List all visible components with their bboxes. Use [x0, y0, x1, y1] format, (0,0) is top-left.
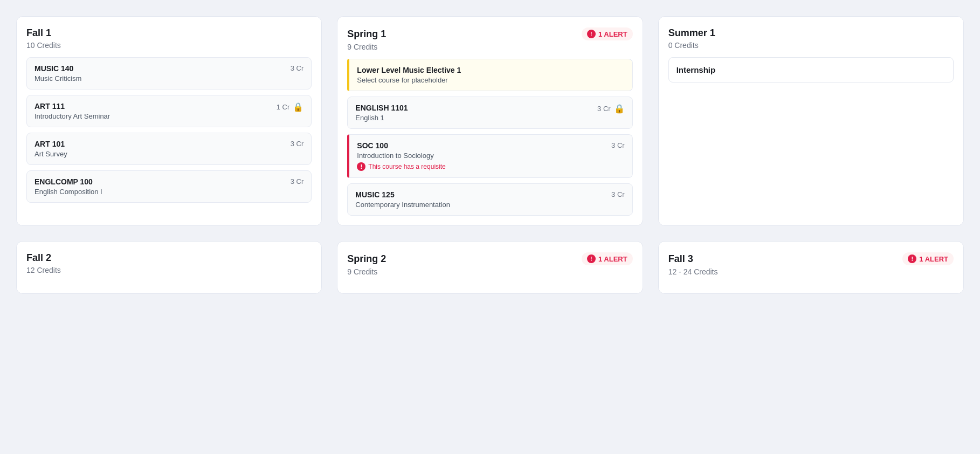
- course-code: ENGLCOMP 100: [34, 177, 102, 186]
- course-name: Contemporary Instrumentation: [355, 201, 450, 209]
- semester-credits: 9 Credits: [347, 267, 632, 276]
- semester-credits: 12 Credits: [26, 266, 312, 274]
- semester-credits: 0 Credits: [668, 41, 954, 50]
- course-name: Introduction to Sociology: [357, 152, 433, 160]
- semester-card: Summer 10 CreditsInternship: [658, 16, 964, 226]
- alert-icon: !: [357, 162, 365, 171]
- course-code: MUSIC 140: [34, 64, 81, 73]
- course-code: Lower Level Music Elective 1: [357, 66, 461, 74]
- semester-credits: 10 Credits: [26, 41, 312, 50]
- course-credits: 3 Cr: [611, 190, 625, 198]
- course-credits: 3 Cr: [291, 64, 304, 72]
- internship-title: Internship: [677, 65, 946, 74]
- alert-badge-label: 1 ALERT: [598, 30, 627, 38]
- course-name: Select course for placeholder: [357, 76, 461, 84]
- semester-title: Fall 3: [668, 253, 693, 265]
- semester-title: Fall 2: [26, 252, 51, 264]
- semester-title: Spring 1: [347, 29, 386, 40]
- semester-card: Fall 3!1 ALERT12 - 24 Credits: [658, 241, 964, 294]
- alert-badge: !1 ALERT: [582, 252, 633, 265]
- alert-badge: !1 ALERT: [902, 252, 954, 265]
- alert-badge-icon: !: [587, 254, 596, 263]
- course-card[interactable]: MUSIC 140Music Criticism3 Cr: [26, 57, 312, 90]
- semester-credits: 12 - 24 Credits: [668, 267, 954, 276]
- semester-title: Spring 2: [347, 253, 386, 265]
- course-name: Art Survey: [34, 150, 67, 158]
- course-name: English 1: [355, 114, 408, 122]
- course-card[interactable]: ENGLISH 1101English 13 Cr🔒: [347, 97, 632, 129]
- course-code: ENGLISH 1101: [355, 104, 408, 112]
- course-credits: 1 Cr: [277, 103, 290, 111]
- course-code: SOC 100: [357, 141, 433, 150]
- course-card[interactable]: MUSIC 125Contemporary Instrumentation3 C…: [347, 183, 632, 216]
- course-name: English Composition I: [34, 188, 102, 196]
- semester-card: Fall 110 CreditsMUSIC 140Music Criticism…: [16, 16, 322, 226]
- course-name: Introductory Art Seminar: [34, 112, 110, 120]
- alert-badge: !1 ALERT: [582, 27, 633, 40]
- course-credits: 3 Cr: [611, 141, 625, 149]
- course-card[interactable]: ENGLCOMP 100English Composition I3 Cr: [26, 170, 312, 203]
- lock-icon: 🔒: [614, 104, 625, 114]
- course-code: ART 111: [34, 102, 110, 111]
- course-alert-message: !This course has a requisite: [357, 162, 624, 171]
- course-credits: 3 Cr: [291, 177, 304, 185]
- semester-grid: Fall 110 CreditsMUSIC 140Music Criticism…: [16, 16, 964, 294]
- lock-icon: 🔒: [293, 102, 303, 112]
- course-card[interactable]: ART 111Introductory Art Seminar1 Cr🔒: [26, 95, 312, 127]
- alert-badge-label: 1 ALERT: [919, 255, 948, 263]
- alert-badge-icon: !: [587, 30, 596, 38]
- semester-title: Fall 1: [26, 27, 51, 39]
- course-card[interactable]: Lower Level Music Elective 1Select cours…: [347, 59, 632, 91]
- semester-title: Summer 1: [668, 27, 715, 39]
- course-card[interactable]: SOC 100Introduction to Sociology3 Cr!Thi…: [347, 134, 632, 178]
- semester-card: Spring 2!1 ALERT9 Credits: [337, 241, 643, 294]
- course-credits: 3 Cr: [291, 140, 304, 148]
- course-code: ART 101: [34, 140, 67, 148]
- course-card[interactable]: ART 101Art Survey3 Cr: [26, 133, 312, 165]
- course-credits: 3 Cr: [597, 105, 611, 113]
- alert-badge-label: 1 ALERT: [598, 255, 627, 263]
- semester-card: Spring 1!1 ALERT9 CreditsLower Level Mus…: [337, 16, 643, 226]
- course-code: MUSIC 125: [355, 190, 450, 199]
- course-name: Music Criticism: [34, 74, 81, 82]
- semester-credits: 9 Credits: [347, 43, 632, 51]
- alert-badge-icon: !: [908, 254, 916, 263]
- semester-card: Fall 212 Credits: [16, 241, 322, 294]
